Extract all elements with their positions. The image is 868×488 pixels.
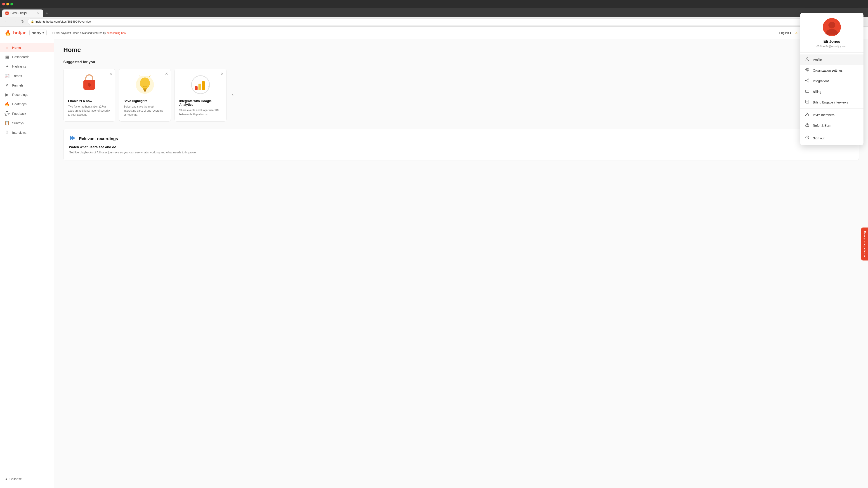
menu-item-profile-label: Profile [813, 58, 822, 62]
back-button[interactable]: ← [3, 19, 9, 25]
invite-members-icon [805, 112, 810, 118]
minimize-dot[interactable] [6, 3, 9, 5]
sidebar-item-funnels[interactable]: ⛛ Funnels [0, 80, 54, 90]
forward-button[interactable]: → [11, 19, 18, 25]
card-analytics-illustration [179, 73, 222, 96]
menu-divider-2 [800, 132, 864, 132]
sidebar-item-dashboards[interactable]: ▦ Dashboards [0, 52, 54, 62]
menu-item-billing-engage[interactable]: Billing Engage interviews [800, 97, 864, 107]
svg-point-15 [829, 22, 835, 29]
menu-item-sign-out-label: Sign out [813, 136, 825, 140]
suggestion-cards: ✕ Enable 2FA now Two-factor authenticati… [63, 69, 859, 122]
card-google-analytics: ✕ Integ [175, 69, 226, 122]
app: 🔥 hotjar shopify ▾ 11 trial days left - … [0, 27, 868, 488]
funnels-icon: ⛛ [4, 83, 9, 88]
sidebar-nav: ⌂ Home ▦ Dashboards ✦ Highlights 📈 Trend… [0, 43, 54, 474]
menu-item-billing[interactable]: Billing [800, 86, 864, 97]
cards-next-arrow[interactable]: › [230, 69, 235, 122]
browser-tab[interactable]: H Home - Hotjar ✕ [2, 9, 43, 17]
card-2fa-illustration [68, 73, 111, 96]
profile-email: 6167ae94@moodjoy.com [816, 45, 847, 48]
menu-divider [800, 108, 864, 109]
menu-item-refer-earn[interactable]: Refer & Earn [800, 120, 864, 131]
play-cursor-icon [69, 134, 76, 142]
hotjar-logo: 🔥 hotjar [4, 30, 26, 36]
card-save-highlights: ✕ [119, 69, 171, 122]
card-close-highlights[interactable]: ✕ [165, 72, 168, 76]
sidebar-item-surveys[interactable]: 📋 Surveys [0, 119, 54, 128]
tab-title: Home - Hotjar [10, 11, 27, 15]
address-bar[interactable]: 🔒 insights.hotjar.com/sites/3814994/over… [28, 18, 819, 25]
site-selector[interactable]: shopify ▾ [29, 30, 46, 36]
rate-experience-tab[interactable]: Rate your experience [861, 228, 868, 260]
card-close-2fa[interactable]: ✕ [110, 72, 112, 76]
home-icon: ⌂ [4, 45, 9, 50]
profile-avatar [823, 18, 841, 36]
sidebar-item-interviews[interactable]: 🎙 Interviews [0, 128, 54, 137]
bulb-glow [136, 76, 154, 94]
trial-notice: 11 trial days left - keep advanced featu… [52, 31, 126, 35]
sign-out-icon [805, 135, 810, 141]
tab-close-btn[interactable]: ✕ [37, 11, 40, 15]
subscribe-link[interactable]: subscribing now [107, 31, 126, 35]
svg-point-16 [806, 58, 808, 59]
sidebar-item-home[interactable]: ⌂ Home [0, 43, 54, 52]
warning-icon: ⚠ [795, 31, 798, 35]
menu-item-billing-label: Billing [813, 90, 821, 94]
svg-point-19 [808, 79, 809, 80]
menu-item-integrations[interactable]: Integrations [800, 76, 864, 86]
recordings-header: Relevant recordings All sessions ▾ [69, 134, 853, 143]
profile-header: Eli Jones 6167ae94@moodjoy.com [800, 13, 864, 53]
chart-svg [190, 74, 211, 95]
recordings-section-title: Relevant recordings [79, 136, 118, 141]
recordings-section: Relevant recordings All sessions ▾ Watch… [63, 129, 859, 160]
chevron-down-icon: ▾ [790, 31, 792, 35]
svg-line-2 [149, 76, 151, 77]
sidebar-item-trends[interactable]: 📈 Trends [0, 71, 54, 80]
menu-item-invite-members[interactable]: Invite members [800, 109, 864, 120]
collapse-button[interactable]: ◄ Collapse [4, 477, 50, 481]
billing-engage-icon [805, 100, 810, 105]
content-area: ⌂ Home ▦ Dashboards ✦ Highlights 📈 Trend… [0, 39, 868, 488]
sidebar-item-highlights[interactable]: ✦ Highlights [0, 62, 54, 71]
card-close-analytics[interactable]: ✕ [221, 72, 223, 76]
menu-item-profile[interactable]: Profile [800, 55, 864, 65]
main-content: Home Share Suggested for you ✕ [54, 39, 868, 488]
menu-item-org-settings[interactable]: Organization settings [800, 65, 864, 76]
topbar: 🔥 hotjar shopify ▾ 11 trial days left - … [0, 27, 868, 39]
svg-rect-13 [202, 81, 205, 90]
close-dot[interactable] [2, 3, 5, 5]
card-analytics-desc: Share events and Hotjar user IDs between… [179, 108, 222, 116]
svg-point-18 [806, 80, 807, 81]
card-highlights-illustration [124, 73, 166, 96]
recordings-icon: ▶ [4, 92, 9, 97]
new-tab-button[interactable]: + [45, 10, 49, 17]
surveys-icon: 📋 [4, 121, 9, 126]
sidebar-item-heatmaps[interactable]: 🔥 Heatmaps [0, 99, 54, 109]
svg-rect-25 [806, 100, 809, 103]
refresh-button[interactable]: ↻ [20, 19, 26, 25]
org-settings-icon [805, 68, 810, 73]
sidebar: ⌂ Home ▦ Dashboards ✦ Highlights 📈 Trend… [0, 39, 54, 488]
sidebar-item-recordings[interactable]: ▶ Recordings [0, 90, 54, 99]
language-selector[interactable]: English ▾ [779, 31, 792, 35]
recordings-subtitle: Watch what users see and do [69, 145, 853, 149]
menu-item-org-settings-label: Organization settings [813, 69, 843, 72]
highlights-icon: ✦ [4, 64, 9, 69]
card-enable-2fa: ✕ Enable 2FA now Two-factor authenticati… [63, 69, 115, 122]
page-header: Home Share [63, 46, 859, 54]
svg-line-21 [807, 79, 808, 80]
menu-item-sign-out[interactable]: Sign out [800, 133, 864, 143]
maximize-dot[interactable] [10, 3, 13, 5]
feedback-icon: 💬 [4, 111, 9, 116]
svg-point-17 [807, 69, 808, 70]
svg-point-20 [808, 81, 809, 82]
svg-rect-12 [198, 84, 201, 90]
card-2fa-title: Enable 2FA now [68, 99, 111, 103]
lock-icon: 🔒 [31, 20, 34, 23]
browser-toolbar: ← → ↻ 🔒 insights.hotjar.com/sites/381499… [0, 17, 868, 27]
card-highlights-desc: Select and save the most interesting par… [124, 105, 166, 117]
sidebar-item-feedback[interactable]: 💬 Feedback [0, 109, 54, 119]
page-title: Home [63, 46, 81, 54]
lock-body [84, 80, 95, 90]
